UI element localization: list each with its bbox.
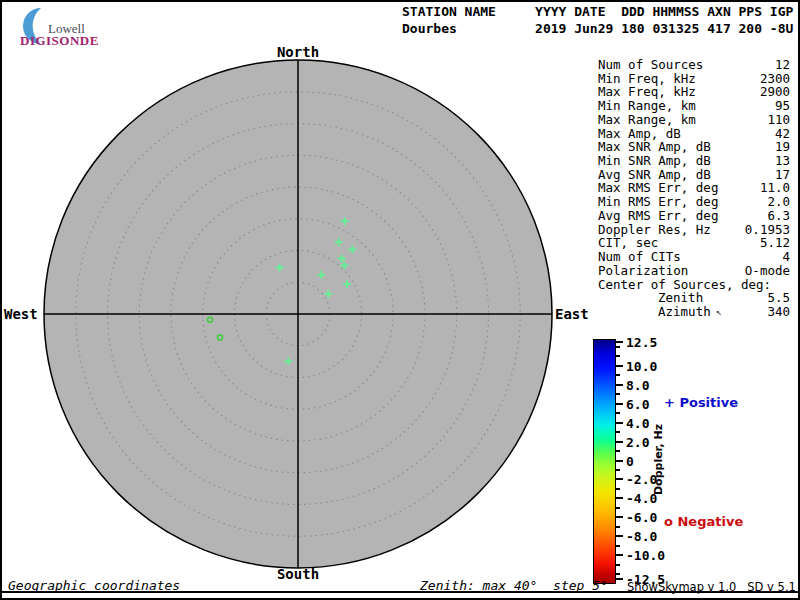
panel-row-label: CIT, sec <box>598 236 658 250</box>
colorbar-tick-label: 8.0 <box>626 377 649 392</box>
colorbar-major-tick <box>616 341 623 343</box>
panel-row-label: Num of CITs <box>598 250 681 264</box>
colorbar-minor-tick <box>616 488 620 490</box>
panel-row: Max Freq, kHz2900 <box>598 85 790 99</box>
mouse-cursor-icon: ↖ <box>716 307 722 317</box>
colorbar-major-tick <box>616 535 623 537</box>
colorbar-minor-tick <box>616 431 620 433</box>
colorbar-tick-label: 2.0 <box>626 434 649 449</box>
colorbar-major-tick <box>616 441 623 443</box>
panel-row: Max Range, km110 <box>598 113 790 127</box>
legend-positive: + Positive <box>664 395 738 410</box>
panel-row: Avg SNR Amp, dB17 <box>598 168 790 182</box>
panel-row-label: Min Freq, kHz <box>598 72 696 86</box>
panel-row: Azimuth↖340 <box>598 305 790 319</box>
panel-row: CIT, sec5.12 <box>598 236 790 250</box>
colorbar-tick-label: -8.0 <box>626 529 657 544</box>
panel-row-value: 4 <box>782 250 790 264</box>
panel-row-value: 2900 <box>760 85 790 99</box>
footer-zenith-range-label: Zenith: max 40° step 5° <box>420 578 608 593</box>
panel-row: Doppler Res, Hz0.1953 <box>598 223 790 237</box>
colorbar-major-tick <box>616 365 623 367</box>
legend-negative: o Negative <box>664 514 743 529</box>
colorbar-tick-label: -10.0 <box>626 548 665 563</box>
panel-row: Max RMS Err, deg11.0 <box>598 181 790 195</box>
panel-row-label: Polarization <box>598 264 688 278</box>
colorbar-tick-label: 10.0 <box>626 358 657 373</box>
colorbar-major-tick <box>616 554 623 556</box>
panel-row-label: Max RMS Err, deg <box>598 181 718 195</box>
panel-row-value: 0.1953 <box>745 223 790 237</box>
compass-label-west: West <box>4 306 42 322</box>
panel-row-value: 13 <box>775 154 790 168</box>
panel-row: Center of Sources, deg: <box>598 278 790 292</box>
panel-row-value: O-mode <box>745 264 790 278</box>
colorbar-minor-tick <box>616 374 620 376</box>
colorbar-major-tick <box>616 516 623 518</box>
compass-label-south: South <box>238 566 358 582</box>
colorbar-minor-tick <box>616 469 620 471</box>
panel-row-value: 6.3 <box>767 209 790 223</box>
panel-row-value: 95 <box>775 99 790 113</box>
panel-row: Num of Sources12 <box>598 58 790 72</box>
panel-row-value: 42 <box>775 127 790 141</box>
panel-row: Max Amp, dB42 <box>598 127 790 141</box>
panel-row-value: 12 <box>775 58 790 72</box>
panel-row-label: Max Amp, dB <box>598 127 681 141</box>
colorbar-tick-label: -2.0 <box>626 472 657 487</box>
panel-row-label: Min Range, km <box>598 99 696 113</box>
panel-row: Max SNR Amp, dB19 <box>598 140 790 154</box>
colorbar-major-tick <box>616 478 623 480</box>
colorbar-minor-tick <box>616 355 620 357</box>
doppler-colorbar-axis: 12.510.08.06.04.02.00-2.0-4.0-6.0-8.0-10… <box>616 339 676 582</box>
compass-label-east: East <box>555 306 595 322</box>
panel-row-label: Min SNR Amp, dB <box>598 154 711 168</box>
colorbar-tick-label: -6.0 <box>626 510 657 525</box>
panel-row-label: Min RMS Err, deg <box>598 195 718 209</box>
colorbar-minor-tick <box>616 346 620 348</box>
panel-row: Min Freq, kHz2300 <box>598 72 790 86</box>
panel-row-value: 5.5 <box>767 291 790 305</box>
colorbar-major-tick <box>616 460 623 462</box>
panel-row-value: 2300 <box>760 72 790 86</box>
panel-row-value: 11.0 <box>760 181 790 195</box>
panel-row-label: Max Freq, kHz <box>598 85 696 99</box>
panel-row: Zenith5.5 <box>598 291 790 305</box>
panel-row: Min Range, km95 <box>598 99 790 113</box>
colorbar-minor-tick <box>616 412 620 414</box>
colorbar-major-tick <box>616 497 623 499</box>
colorbar-minor-tick <box>616 573 620 575</box>
colorbar-tick-label: 12.5 <box>626 335 657 350</box>
doppler-colorbar <box>593 339 616 584</box>
colorbar-minor-tick <box>616 564 620 566</box>
panel-row-value: 17 <box>775 168 790 182</box>
colorbar-major-tick <box>616 422 623 424</box>
measurement-panel: Num of Sources12Min Freq, kHz2300Max Fre… <box>598 58 790 319</box>
panel-row-value: 110 <box>767 113 790 127</box>
footer-version-label: ShowSkymap v 1.0 SD v 5.1 <box>627 580 796 594</box>
panel-row-label: Avg RMS Err, deg <box>598 209 718 223</box>
panel-row: Avg RMS Err, deg6.3 <box>598 209 790 223</box>
panel-row-label: Center of Sources, deg: <box>598 278 771 292</box>
panel-row-label: Zenith <box>598 291 703 305</box>
panel-row: Min RMS Err, deg2.0 <box>598 195 790 209</box>
panel-row-value: 5.12 <box>760 236 790 250</box>
colorbar-minor-tick <box>616 526 620 528</box>
panel-row-label: Num of Sources <box>598 58 703 72</box>
footer-coordinates-label: Geographic coordinates <box>8 578 180 593</box>
panel-row: Min SNR Amp, dB13 <box>598 154 790 168</box>
colorbar-major-tick <box>616 384 623 386</box>
panel-row-value: 19 <box>775 140 790 154</box>
compass-label-north: North <box>238 44 358 60</box>
colorbar-minor-tick <box>616 450 620 452</box>
colorbar-major-tick <box>616 578 623 580</box>
panel-row-value: 340 <box>767 305 790 319</box>
colorbar-minor-tick <box>616 393 620 395</box>
panel-row: PolarizationO-mode <box>598 264 790 278</box>
panel-row-label: Max Range, km <box>598 113 696 127</box>
colorbar-minor-tick <box>616 507 620 509</box>
colorbar-tick-label: 4.0 <box>626 415 649 430</box>
colorbar-tick-label: -4.0 <box>626 491 657 506</box>
colorbar-tick-label: 0 <box>626 453 634 468</box>
panel-row-label: Avg SNR Amp, dB <box>598 168 711 182</box>
